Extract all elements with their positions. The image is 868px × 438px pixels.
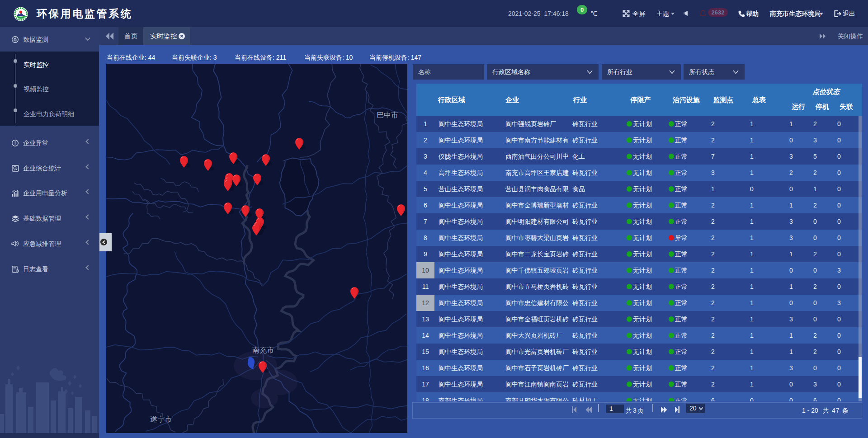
svg-text:遂宁市: 遂宁市 [150, 415, 172, 423]
svg-text:巴中市: 巴中市 [377, 111, 398, 119]
svg-text:南充市: 南充市 [252, 346, 274, 354]
